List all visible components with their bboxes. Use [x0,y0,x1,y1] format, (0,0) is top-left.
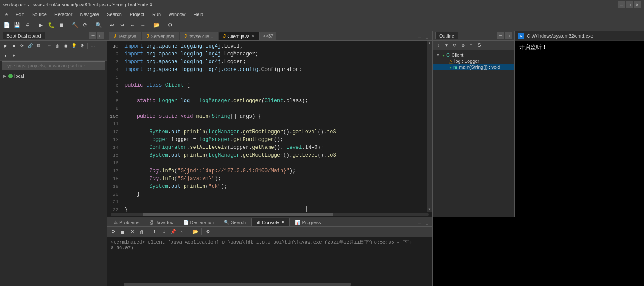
outline-field-icon: △ [449,59,453,64]
menu-item-e[interactable]: e [2,11,11,18]
console-word-wrap-btn[interactable]: ⏎ [179,228,187,236]
bd-open-btn[interactable]: 🔗 [26,42,34,50]
close-button[interactable]: ✕ [634,1,641,8]
bd-start-btn[interactable]: ▶ [2,42,10,50]
toolbar-sep-1 [34,21,34,29]
scroll-down-btn[interactable]: ▼ [429,207,431,211]
bd-minus-btn[interactable]: - [18,52,26,60]
tab-close-client[interactable]: ✕ [252,34,255,39]
bd-add-btn[interactable]: + [10,52,18,60]
vertical-scrollbar[interactable]: ▲ ▼ [427,41,432,212]
menu-item-run[interactable]: Run [149,11,164,18]
tab-declaration[interactable]: 📄 Declaration [179,218,219,226]
toolbar-debug-btn[interactable]: 🐛 [46,20,56,30]
console-clear-btn[interactable]: ⟳ [109,228,118,236]
bd-settings-btn[interactable]: ⚙ [78,42,86,50]
outline-filter-btn[interactable]: ▼ [443,42,450,49]
outline-method-run-icon: ● [449,65,452,70]
outline-tab[interactable]: Outline [435,32,458,39]
tab-console[interactable]: 🖥 Console ✕ [251,218,290,226]
console-scroll-bottom-btn[interactable]: ⤓ [159,228,168,236]
bd-more-btn[interactable]: … [89,42,97,50]
outline-item-client-class[interactable]: ▼ ● C Client [433,52,514,58]
outline-maximize-btn[interactable]: □ [505,32,512,39]
bd-circle-btn[interactable]: ◉ [62,42,70,50]
outline-collapse-btn[interactable]: ⊖ [459,42,467,49]
console-open-console-btn[interactable]: 📂 [191,228,200,236]
menu-item-search[interactable]: Search [103,11,125,18]
menu-item-refactor[interactable]: Refactor [51,11,76,18]
console-stop-btn[interactable]: ⏹ [118,228,127,236]
console-tab-close[interactable]: ✕ [281,219,285,225]
code-line-7 [124,89,424,97]
bd-delete-btn[interactable]: 🗑 [54,42,61,50]
outline-minimize-btn[interactable]: ─ [497,32,504,39]
outline-static-btn[interactable]: S [475,42,483,49]
bottom-panel-minimize-btn[interactable]: ─ [416,219,423,226]
toolbar-sep-4 [105,21,105,29]
editor-minimize-btn[interactable]: ─ [416,33,423,40]
editor-maximize-btn[interactable]: □ [424,33,430,40]
toolbar-refresh-btn[interactable]: ⟳ [80,20,90,30]
toolbar-undo-btn[interactable]: ↩ [107,20,117,30]
tab-client-java[interactable]: J Client.java ✕ [219,32,260,40]
boot-dashboard-search-input[interactable] [2,61,105,70]
bd-stop-btn[interactable]: ■ [10,42,18,50]
menu-item-source[interactable]: Source [28,11,50,18]
bd-bulb-btn[interactable]: 💡 [70,42,78,50]
bd-console-btn[interactable]: 🖥 [35,42,42,50]
toolbar-stop-btn[interactable]: ⏹ [57,20,66,30]
toolbar-search-btn[interactable]: 🔍 [94,20,103,30]
scrollbar-track [111,213,429,216]
maximize-button[interactable]: □ [626,1,633,8]
bottom-panel-maximize-btn[interactable]: □ [424,219,430,226]
menu-item-help[interactable]: Help [190,11,207,18]
center-panel: J Test.java J Server.java J itsvse-clie.… [107,31,432,286]
panel-header-controls: ─ □ [89,32,104,39]
console-pin-btn[interactable]: 📌 [169,228,178,236]
toolbar-forward-btn[interactable]: → [138,20,148,30]
console-scroll-top-btn[interactable]: ⤒ [150,228,159,236]
toolbar-save-btn[interactable]: 💾 [12,20,22,30]
toolbar-run-btn[interactable]: ▶ [36,20,45,30]
toolbar-print-btn[interactable]: 🖨 [22,20,32,30]
outline-item-main-method[interactable]: ● m main(String[]) : void [433,64,514,70]
toolbar-build-btn[interactable]: 🔨 [70,20,80,30]
console-settings-btn[interactable]: ⚙ [204,228,212,236]
toolbar-perspective-btn[interactable]: ⚙ [165,20,175,30]
toolbar-new-btn[interactable]: 📄 [2,20,11,30]
console-terminate-btn[interactable]: ✕ [128,228,137,236]
toolbar-open-btn[interactable]: 📂 [152,20,161,30]
bd-edit-btn[interactable]: ✏ [45,42,53,50]
tab-progress[interactable]: 📊 Progress [290,218,325,226]
tab-search[interactable]: 🔍 Search [219,218,251,226]
tab-javadoc[interactable]: @ Javadoc [144,218,178,226]
outline-sort-btn[interactable]: ↕ [434,42,442,49]
bd-filter-btn[interactable]: ▼ [2,52,10,60]
toolbar-redo-btn[interactable]: ↪ [118,20,127,30]
tab-problems[interactable]: ⚠ Problems [109,218,144,226]
editor-horizontal-scrollbar[interactable] [107,212,432,217]
menu-item-window[interactable]: Window [165,11,189,18]
code-content[interactable]: import org.apache.logging.log4j.Level; i… [121,41,427,212]
console-remove-btn[interactable]: 🗑 [137,228,146,236]
console-horizontal-scrollbar[interactable] [107,282,432,286]
boot-dashboard-tab[interactable]: Boot Dashboard [3,32,45,39]
minimize-button[interactable]: ─ [618,1,625,8]
outline-sync-btn[interactable]: ⟳ [451,42,459,49]
tab-server-java[interactable]: J Server.java [142,32,179,40]
panel-maximize-btn[interactable]: □ [97,32,104,39]
tab-test-java[interactable]: J Test.java [109,32,141,40]
outline-fields-btn[interactable]: ≡ [467,42,475,49]
menu-item-navigate[interactable]: Navigate [77,11,102,18]
outline-item-log-field[interactable]: △ log : Logger [433,58,514,64]
tab-overflow[interactable]: >>37 [260,32,276,40]
menu-item-project[interactable]: Project [126,11,148,18]
scroll-up-btn[interactable]: ▲ [429,41,431,45]
toolbar-back-btn[interactable]: ← [128,20,137,30]
tab-itsvse[interactable]: J itsvse-clie... [180,32,218,40]
bd-tree-item-local[interactable]: ▶ local [0,73,107,80]
menu-item-edit[interactable]: Edit [12,11,27,18]
panel-minimize-btn[interactable]: ─ [89,32,96,39]
bd-restart-btn[interactable]: ⟳ [18,42,26,50]
